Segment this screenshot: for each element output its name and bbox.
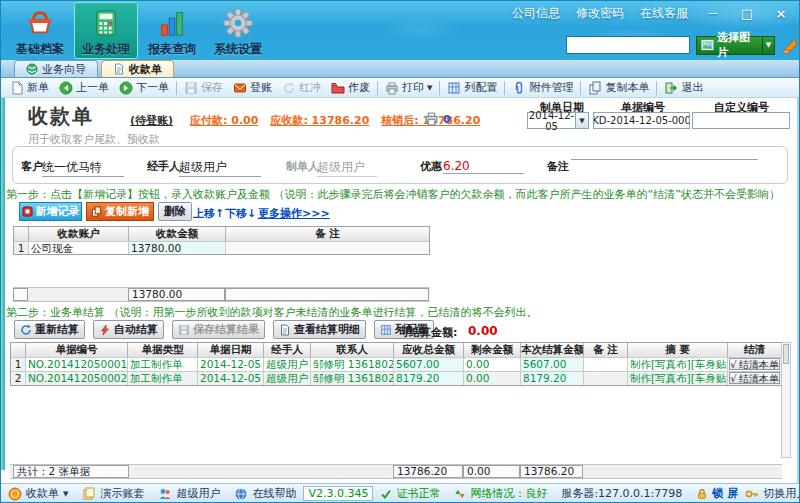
delete-button[interactable]: 删除 [158,202,192,221]
print-button[interactable]: 打印▼ [380,79,437,97]
document-icon [113,63,125,75]
copy-doc-button[interactable]: 复制本单 [583,79,654,97]
title-search-row: 选择图片 ▼ [566,35,800,55]
row-num: 1 [11,357,26,371]
save-button: 保存 [179,79,228,97]
online-help-item[interactable]: 在线帮助 [234,486,296,501]
step1-instruction: 第一步：点击【新增记录】按钮，录入收款账户及金额 （说明：此步骤录完后将会冲销客… [6,187,780,202]
handler-field[interactable]: 超级用户 [179,159,261,177]
nav-item-report-query[interactable]: 报表查询 [140,2,204,59]
doc-no-field[interactable]: SKD-2014-12-05-0001 [593,112,690,129]
more-actions-link[interactable]: 更多操作>>> [258,206,330,221]
date-combo[interactable]: 2014-12-05 ▼ [527,112,589,129]
select-image-button[interactable]: 选择图片 ▼ [696,36,775,55]
col-header-handler: 经手人 [264,343,311,357]
remark-cell[interactable] [584,371,628,385]
add-record-icon [22,206,33,217]
move-down-link[interactable]: 下移↓ [225,206,256,221]
copy-add-button[interactable]: 复制新增 [86,202,154,221]
printer-icon[interactable] [424,111,439,126]
remark-cell[interactable] [226,241,429,254]
settlement-toolbar: 重新结算 自动结算 保存结算结果 查看结算明细 列配置 [14,320,434,339]
chevron-down-icon: ▼ [63,490,68,498]
bar-chart-icon [157,8,187,38]
account-set-item[interactable]: 演示账套 [82,486,144,501]
move-up-link[interactable]: 上移↑ [193,206,224,221]
total-sum-box: 13786.20 [393,465,463,478]
arrow-left-circle-icon [59,81,73,95]
company-info-link[interactable]: 公司信息 [512,5,560,22]
doc-type-menu[interactable]: 收款单 ▼ [8,486,68,501]
attachments-button[interactable]: 附件管理 [507,79,578,97]
chevron-down-icon[interactable]: ▼ [575,113,588,128]
select-image-label: 选择图片 [717,30,758,60]
remark-field[interactable] [571,159,758,160]
nav-item-business-processing[interactable]: 业务处理 [74,2,138,59]
status-bar: 收款单 ▼ 演示账套 超级用户 在线帮助 V2.3.0.345标准版 正式版 证… [0,483,800,503]
tab-business-wizard[interactable]: 业务向导 [14,60,98,77]
vertical-scrollbar[interactable] [781,342,791,458]
handler-cell: 超级用户 [264,371,311,385]
scrollbar-thumb[interactable] [783,344,789,364]
new-page-icon [10,81,24,95]
void-button[interactable]: 作废 [326,79,375,97]
nav-item-system-settings[interactable]: 系统设置 [206,2,270,59]
auto-settle-button[interactable]: 自动结算 [93,320,164,339]
custom-no-field[interactable] [692,112,790,129]
post-account-button[interactable]: 登账 [228,79,277,97]
check-icon: √ [730,358,736,370]
exit-button[interactable]: 退出 [659,79,708,97]
maker-label: 制单人 [286,159,319,174]
online-service-link[interactable]: 在线客服 [640,5,688,22]
version-badge: V2.3.0.345标准版 正式版 [303,486,373,501]
minimize-button[interactable]: ─ [704,6,722,21]
row-num: 2 [11,371,26,385]
current-user-item[interactable]: 超级用户 [158,486,220,501]
post-icon [233,81,247,95]
doc-no-cell: NO.201412050002 [26,371,128,385]
horn-icon [781,35,800,55]
recalc-button[interactable]: 重新结算 [14,320,85,339]
discount-field[interactable]: 6.20 [443,159,524,174]
page-title: 收款单 [28,103,94,130]
col-header-remark: 备 注 [226,227,429,241]
doc-type-cell: 加工制作单 [128,371,198,385]
close-button[interactable]: × [772,6,790,21]
lock-screen-button[interactable]: 锁 屏 [696,486,738,501]
prev-doc-button[interactable]: 上一单 [54,79,114,97]
view-settlement-detail-button[interactable]: 查看结算明细 [273,320,366,339]
toolbar-separator [377,81,378,95]
doc-status-link[interactable]: (待登账) [130,113,173,128]
column-config-button[interactable]: 列配置 [442,79,502,97]
contact-cell: 邹修明 13618020443 [311,371,394,385]
col-header-settle: 本次结算金额 [521,343,584,357]
switch-user-button[interactable]: 切换用户 [745,486,800,501]
customer-field[interactable]: 统一优马特 [42,159,124,177]
next-doc-button[interactable]: 下一单 [114,79,174,97]
account-cell[interactable]: 公司现金 [29,241,129,254]
col-header-contact: 联系人 [311,343,394,357]
chevron-down-icon[interactable]: ▼ [762,37,774,54]
discount-label: 优惠 [420,159,442,174]
remark-cell[interactable] [584,357,628,371]
amount-cell[interactable]: 13780.00 [129,241,226,254]
network-icon [454,488,466,500]
red-flush-button: 红冲 [277,79,326,97]
toolbar-separator [176,81,177,95]
settle-cell[interactable]: 8179.20 [521,371,584,385]
change-password-link[interactable]: 修改密码 [576,5,624,22]
nav-label: 基础档案 [16,41,64,58]
tab-receipt[interactable]: 收款单 [101,60,174,77]
settle-doc-button[interactable]: √结清本单 [729,358,780,370]
window-border-left [0,98,5,470]
view-detail-icon [279,324,291,336]
new-doc-button[interactable]: 新单 [5,79,54,97]
maximize-button[interactable]: □ [738,6,756,21]
settle-doc-button[interactable]: √结清本单 [729,372,780,384]
nav-item-base-archives[interactable]: 基础档案 [8,2,72,59]
toolbar-separator [504,81,505,95]
title-text-input[interactable] [566,36,690,54]
maker-field: 超级用户 [317,159,377,177]
add-record-button[interactable]: 新增记录 [19,202,82,221]
settle-cell[interactable]: 5607.00 [521,357,584,371]
